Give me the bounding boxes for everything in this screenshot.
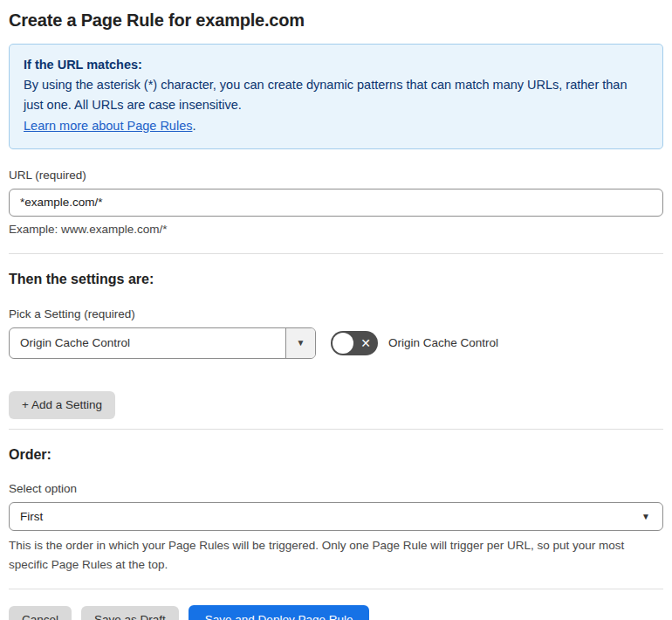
url-match-info-box: If the URL matches: By using the asteris… <box>9 44 663 149</box>
cancel-button[interactable]: Cancel <box>9 606 72 620</box>
pick-setting-label: Pick a Setting (required) <box>9 307 663 320</box>
info-box-link-line: Learn more about Page Rules. <box>24 116 648 136</box>
order-select-label: Select option <box>9 482 663 495</box>
setting-dropdown-value: Origin Cache Control <box>10 328 285 358</box>
toggle-knob <box>333 333 353 354</box>
order-select[interactable]: First ▼ <box>9 502 663 531</box>
order-select-value: First <box>20 510 43 523</box>
save-as-draft-button[interactable]: Save as Draft <box>81 606 179 620</box>
setting-dropdown[interactable]: Origin Cache Control ▼ <box>9 327 316 359</box>
url-input[interactable] <box>9 189 663 217</box>
url-example-helper: Example: www.example.com/* <box>9 223 663 236</box>
info-box-heading: If the URL matches: <box>24 55 648 75</box>
save-and-deploy-button[interactable]: Save and Deploy Page Rule <box>189 605 370 620</box>
toggle-setting-label: Origin Cache Control <box>388 336 498 349</box>
toggle-off-x-icon: ✕ <box>360 337 371 349</box>
divider <box>9 589 663 589</box>
chevron-down-icon: ▼ <box>297 338 305 348</box>
info-box-body: By using the asterisk (*) character, you… <box>24 75 648 115</box>
add-setting-button[interactable]: + Add a Setting <box>9 391 115 419</box>
divider <box>9 429 663 430</box>
divider <box>9 253 663 254</box>
page-title: Create a Page Rule for example.com <box>9 10 663 31</box>
order-helper-text: This is the order in which your Page Rul… <box>9 536 662 575</box>
setting-row: Origin Cache Control ▼ ✕ Origin Cache Co… <box>9 327 663 359</box>
footer-actions: Cancel Save as Draft Save and Deploy Pag… <box>9 605 663 620</box>
setting-toggle[interactable]: ✕ <box>331 331 378 355</box>
settings-section-heading: Then the settings are: <box>9 272 663 287</box>
order-section-heading: Order: <box>9 447 663 463</box>
link-suffix: . <box>192 119 195 133</box>
chevron-down-icon: ▼ <box>641 512 650 521</box>
dropdown-arrow-button[interactable]: ▼ <box>285 328 315 358</box>
page-rule-form: Create a Page Rule for example.com If th… <box>0 0 672 620</box>
url-field-label: URL (required) <box>9 169 663 182</box>
learn-more-link[interactable]: Learn more about Page Rules <box>24 119 192 133</box>
